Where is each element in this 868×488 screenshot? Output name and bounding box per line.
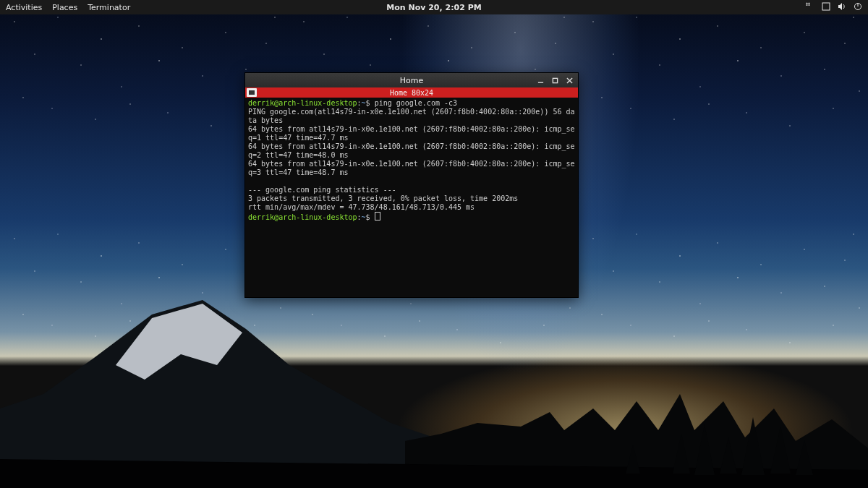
terminal-output-line: rtt min/avg/max/mdev = 47.738/48.161/48.…: [248, 203, 575, 212]
wallpaper-foreground: [0, 286, 868, 488]
terminal-output-line: 3 packets transmitted, 3 received, 0% pa…: [248, 194, 575, 203]
window-close-button[interactable]: [563, 75, 575, 85]
activities-button[interactable]: Activities: [6, 3, 42, 12]
system-tray: [806, 2, 862, 13]
svg-rect-0: [822, 3, 830, 10]
window-title: Home: [400, 76, 423, 85]
window-maximize-button[interactable]: [549, 75, 561, 85]
terminal-body[interactable]: derrik@arch-linux-desktop:~$ ping google…: [245, 98, 578, 297]
gnome-top-panel: Activities Places Terminator Mon Nov 20,…: [0, 0, 868, 14]
terminal-tab-title: Home 80x24: [390, 89, 433, 97]
terminal-output-line: 64 bytes from atl14s79-in-x0e.1e100.net …: [248, 160, 575, 177]
window-minimize-button[interactable]: [535, 75, 546, 85]
terminal-tab-icon[interactable]: [247, 88, 257, 97]
svg-rect-4: [553, 78, 557, 82]
power-icon[interactable]: [854, 2, 862, 13]
terminal-output-line: --- google.com ping statistics ---: [248, 186, 575, 194]
terminal-output-line: 64 bytes from atl14s79-in-x0e.1e100.net …: [248, 142, 575, 160]
places-menu[interactable]: Places: [52, 3, 77, 12]
panel-clock[interactable]: Mon Nov 20, 2:02 PM: [386, 3, 481, 12]
volume-icon[interactable]: [838, 2, 846, 13]
terminator-window: Home Home 80x24 derrik@arch-linux-deskto…: [244, 72, 579, 298]
tray-square-icon[interactable]: [822, 2, 830, 13]
terminal-output-line: [248, 177, 575, 186]
window-titlebar[interactable]: Home: [245, 73, 578, 87]
terminal-command: ping google.com -c3: [375, 99, 457, 107]
terminal-cursor: [375, 212, 380, 221]
dropbox-icon[interactable]: [806, 2, 814, 13]
terminator-tabbar: Home 80x24: [245, 87, 578, 98]
terminal-output-line: PING google.com(atl14s79-in-x0e.1e100.ne…: [248, 108, 575, 125]
focused-app-menu[interactable]: Terminator: [88, 3, 130, 12]
terminal-output-line: 64 bytes from atl14s79-in-x0e.1e100.net …: [248, 125, 575, 142]
